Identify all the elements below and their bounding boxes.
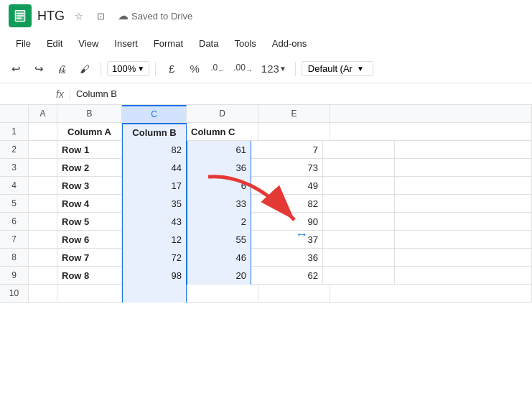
cell-e1[interactable]: Column C <box>187 123 258 141</box>
cell-e6[interactable]: 90 <box>251 213 323 231</box>
star-icon[interactable]: ☆ <box>70 7 88 24</box>
cell-b6[interactable]: Row 5 <box>57 213 122 231</box>
print-button[interactable]: 🖨 <box>52 59 72 79</box>
cell-d4[interactable]: 6 <box>187 177 251 195</box>
menu-addons[interactable]: Add-ons <box>265 35 314 52</box>
menu-view[interactable]: View <box>71 35 106 52</box>
cell-d3[interactable]: 36 <box>187 159 251 177</box>
cell-g8[interactable] <box>395 249 532 267</box>
cell-a3[interactable] <box>29 159 57 177</box>
cell-f3[interactable] <box>323 159 395 177</box>
row-num-9[interactable]: 9 <box>0 267 29 284</box>
cell-e2[interactable]: 7 <box>251 141 323 159</box>
cell-b3[interactable]: Row 2 <box>57 159 122 177</box>
cell-g2[interactable] <box>395 141 532 159</box>
row-num-1[interactable]: 1 <box>0 123 29 140</box>
cell-f2[interactable] <box>323 141 395 159</box>
cell-a4[interactable] <box>29 177 57 195</box>
menu-edit[interactable]: Edit <box>39 35 70 52</box>
cell-b4[interactable]: Row 3 <box>57 177 122 195</box>
row-num-2[interactable]: 2 <box>0 141 29 158</box>
row-num-8[interactable]: 8 <box>0 249 29 266</box>
cell-a2[interactable] <box>29 141 57 159</box>
cell-d9[interactable]: 20 <box>187 267 251 285</box>
cell-f8[interactable] <box>323 249 395 267</box>
folder-icon[interactable]: ⊡ <box>92 7 109 24</box>
cell-d5[interactable]: 33 <box>187 195 251 213</box>
number-format-button[interactable]: 123 ▼ <box>258 59 289 79</box>
decimal-increase-button[interactable]: .00→ <box>230 59 256 79</box>
cell-a7[interactable] <box>29 231 57 249</box>
cell-c5[interactable]: 35 <box>122 195 187 213</box>
currency-button[interactable]: £ <box>162 59 182 79</box>
cell-b8[interactable]: Row 7 <box>57 249 122 267</box>
cell-g6[interactable] <box>395 213 532 231</box>
formula-input[interactable]: Column B <box>70 88 532 99</box>
cell-f1[interactable] <box>258 123 330 141</box>
menu-insert[interactable]: Insert <box>107 35 145 52</box>
cell-b9[interactable]: Row 8 <box>57 267 122 285</box>
cell-d6[interactable]: 2 <box>187 213 251 231</box>
row-num-7[interactable]: 7 <box>0 231 29 248</box>
col-header-a[interactable]: A <box>29 105 57 122</box>
cell-c3[interactable]: 44 <box>122 159 187 177</box>
cell-b2[interactable]: Row 1 <box>57 141 122 159</box>
menu-format[interactable]: Format <box>146 35 190 52</box>
cell-e7[interactable]: 37 <box>251 231 323 249</box>
col-header-d[interactable]: D <box>187 105 258 122</box>
cell-g9[interactable] <box>395 267 532 285</box>
font-select[interactable]: Default (Ar ▼ <box>302 61 373 76</box>
row-num-4[interactable]: 4 <box>0 177 29 194</box>
cell-d10[interactable] <box>187 285 258 303</box>
cell-c9[interactable]: 98 <box>122 267 187 285</box>
cell-e8[interactable]: 36 <box>251 249 323 267</box>
paint-format-button[interactable]: 🖌 <box>75 59 95 79</box>
cell-b10[interactable] <box>57 285 122 303</box>
col-header-e[interactable]: E <box>258 105 330 122</box>
cell-g3[interactable] <box>395 159 532 177</box>
col-header-b[interactable]: B <box>57 105 122 122</box>
row-num-6[interactable]: 6 <box>0 213 29 230</box>
undo-button[interactable]: ↩ <box>6 59 26 79</box>
cell-e3[interactable]: 73 <box>251 159 323 177</box>
cell-g1[interactable] <box>330 123 532 141</box>
cell-f4[interactable] <box>323 177 395 195</box>
row-num-10[interactable]: 10 <box>0 285 29 302</box>
redo-button[interactable]: ↪ <box>29 59 49 79</box>
cell-g7[interactable] <box>395 231 532 249</box>
cell-a9[interactable] <box>29 267 57 285</box>
cell-f7[interactable] <box>323 231 395 249</box>
cell-b7[interactable]: Row 6 <box>57 231 122 249</box>
cell-a8[interactable] <box>29 249 57 267</box>
cell-e9[interactable]: 62 <box>251 267 323 285</box>
decimal-decrease-button[interactable]: .0← <box>207 59 228 79</box>
percent-button[interactable]: % <box>185 59 205 79</box>
cell-a5[interactable] <box>29 195 57 213</box>
menu-tools[interactable]: Tools <box>227 35 263 52</box>
cell-c2[interactable]: 82 <box>122 141 187 159</box>
menu-data[interactable]: Data <box>192 35 225 52</box>
cell-f10[interactable] <box>330 285 532 303</box>
cell-b5[interactable]: Row 4 <box>57 195 122 213</box>
zoom-control[interactable]: 100% ▼ <box>107 61 149 76</box>
cell-f5[interactable] <box>323 195 395 213</box>
cell-f6[interactable] <box>323 213 395 231</box>
cell-d1[interactable]: Column B <box>122 123 187 141</box>
cell-c6[interactable]: 43 <box>122 213 187 231</box>
row-num-3[interactable]: 3 <box>0 159 29 176</box>
cell-b1[interactable] <box>29 123 57 141</box>
col-header-c[interactable]: C <box>122 105 187 122</box>
cell-d7[interactable]: 55 <box>187 231 251 249</box>
cell-d2[interactable]: 61 <box>187 141 251 159</box>
cell-e4[interactable]: 49 <box>251 177 323 195</box>
cell-f9[interactable] <box>323 267 395 285</box>
cell-c4[interactable]: 17 <box>122 177 187 195</box>
cell-g4[interactable] <box>395 177 532 195</box>
cell-a10[interactable] <box>29 285 57 303</box>
cell-g5[interactable] <box>395 195 532 213</box>
cell-c7[interactable]: 12 <box>122 231 187 249</box>
cell-c10[interactable] <box>122 285 187 303</box>
cell-e5[interactable]: 82 <box>251 195 323 213</box>
cell-d8[interactable]: 46 <box>187 249 251 267</box>
cell-c8[interactable]: 72 <box>122 249 187 267</box>
